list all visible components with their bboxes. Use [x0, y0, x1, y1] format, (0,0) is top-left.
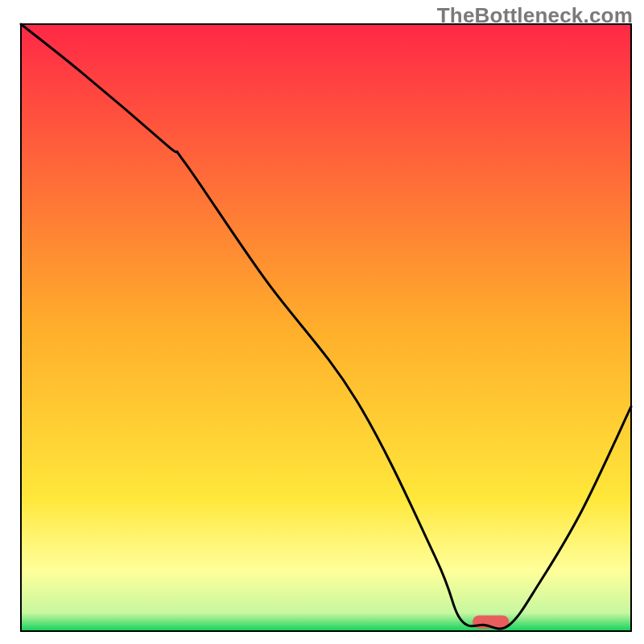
- watermark-text: TheBottleneck.com: [437, 3, 633, 28]
- chart-wrapper: TheBottleneck.com: [0, 0, 644, 644]
- bottleneck-chart: [0, 0, 644, 644]
- chart-background: [21, 24, 631, 631]
